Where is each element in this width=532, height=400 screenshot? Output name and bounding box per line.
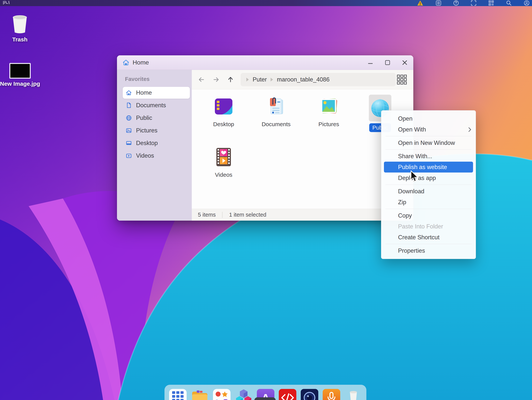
maximize-button[interactable] (384, 59, 391, 66)
apps-grid-icon[interactable] (436, 0, 442, 6)
sidebar-item-home[interactable]: Home (123, 87, 190, 99)
menu-separator (386, 184, 471, 185)
sidebar: Favorites Home Documents Public (117, 70, 192, 221)
file-item-videos[interactable]: Videos (200, 147, 247, 178)
puter-logo-icon[interactable] (2, 1, 11, 5)
sidebar-item-label: Documents (136, 102, 166, 109)
up-button[interactable] (226, 75, 235, 84)
home-icon (122, 59, 130, 66)
video-icon (126, 153, 132, 159)
picture-icon (126, 127, 132, 133)
sidebar-item-label: Desktop (136, 140, 158, 146)
menu-item-open[interactable]: Open (381, 113, 476, 124)
desktop-monitor-icon (126, 140, 132, 146)
sidebar-item-public[interactable]: Public (123, 112, 190, 124)
file-area: Puter maroon_table_4086 Deskto (192, 70, 413, 221)
desktop-folder-icon (214, 96, 234, 116)
file-item-pictures[interactable]: Pictures (305, 96, 353, 127)
breadcrumb-chevron-icon (246, 78, 249, 82)
sidebar-item-label: Videos (136, 152, 154, 159)
globe-icon (126, 115, 132, 121)
status-divider (222, 212, 222, 218)
files-folder-icon[interactable] (190, 388, 209, 400)
trash-bucket-icon (12, 14, 28, 34)
chevron-right-icon (468, 127, 471, 132)
sidebar-item-pictures[interactable]: Pictures (123, 125, 190, 136)
recorder-icon[interactable] (322, 388, 341, 400)
sidebar-item-documents[interactable]: Documents (123, 99, 190, 111)
user-avatar-icon[interactable] (523, 0, 530, 6)
menu-separator (386, 149, 471, 150)
sidebar-item-label: Public (136, 114, 152, 121)
mouse-cursor (410, 171, 419, 182)
menu-item-share-with[interactable]: Share With... (381, 151, 476, 162)
menu-item-zip[interactable]: Zip (381, 197, 476, 208)
close-button[interactable] (401, 59, 408, 66)
menu-item-copy[interactable]: Copy (381, 210, 476, 221)
file-label: Desktop (213, 121, 234, 127)
menu-item-publish-as-website[interactable]: Publish as website (384, 162, 473, 172)
file-item-documents[interactable]: Documents (252, 96, 300, 127)
code-editor-icon[interactable] (278, 388, 297, 400)
menu-item-download[interactable]: Download (381, 186, 476, 197)
sidebar-header: Favorites (125, 76, 192, 82)
search-icon[interactable] (506, 0, 512, 6)
sidebar-item-desktop[interactable]: Desktop (123, 137, 190, 149)
help-icon[interactable] (453, 0, 459, 6)
menu-separator (386, 244, 471, 244)
breadcrumb[interactable]: Puter maroon_table_4086 (241, 73, 396, 86)
menu-item-paste-into-folder: Paste Into Folder (381, 221, 476, 232)
menu-item-properties[interactable]: Properties (381, 245, 476, 256)
new-image-label: New Image.jpg (0, 81, 40, 87)
grid-view-button[interactable] (396, 73, 408, 86)
menu-item-deploy-as-app[interactable]: Deploy as app (381, 172, 476, 183)
sidebar-item-label: Home (136, 89, 152, 96)
status-bar: 5 items 1 item selected (192, 209, 413, 221)
navigation-toolbar: Puter maroon_table_4086 (192, 70, 413, 89)
breadcrumb-segment-root[interactable]: Puter (253, 76, 267, 83)
file-manager-window: Home Favorites Home (117, 55, 413, 221)
pictures-folder-icon (319, 96, 339, 116)
home-icon (126, 90, 132, 96)
sidebar-item-label: Pictures (136, 127, 158, 134)
image-thumbnail (9, 63, 31, 79)
breadcrumb-segment-current[interactable]: maroon_table_4086 (277, 76, 329, 83)
minimize-button[interactable] (367, 59, 374, 66)
selection-count: 1 item selected (229, 212, 266, 218)
app-store-icon[interactable] (212, 388, 231, 400)
window-title: Home (133, 59, 149, 66)
system-top-bar (0, 0, 532, 6)
file-label: Documents (262, 121, 291, 127)
document-icon (126, 102, 132, 108)
videos-folder-icon (214, 147, 234, 167)
context-menu: Open Open With Open in New Window Share … (381, 110, 476, 259)
qr-code-icon[interactable] (488, 0, 494, 6)
back-button[interactable] (197, 75, 206, 84)
viewer-3d-icon[interactable] (234, 388, 253, 400)
menu-separator (386, 209, 471, 209)
forward-button[interactable] (212, 75, 220, 84)
items-count: 5 items (198, 212, 216, 218)
desktop-icon-trash[interactable]: Trash (7, 14, 32, 43)
trash-icon[interactable] (344, 388, 363, 400)
trash-label: Trash (12, 36, 27, 43)
dock-tooltip (254, 397, 276, 400)
warning-icon[interactable] (416, 0, 424, 6)
file-label: Videos (215, 171, 232, 178)
menu-item-open-with[interactable]: Open With (381, 124, 476, 135)
breadcrumb-chevron-icon (271, 78, 273, 82)
sidebar-item-videos[interactable]: Videos (123, 150, 190, 162)
app-launcher-icon[interactable] (168, 388, 187, 400)
menu-item-open-in-new-window[interactable]: Open in New Window (381, 137, 476, 148)
documents-folder-icon (266, 96, 286, 116)
window-titlebar[interactable]: Home (117, 55, 413, 70)
file-label: Pictures (318, 121, 339, 127)
file-item-desktop[interactable]: Desktop (200, 96, 247, 127)
menu-item-create-shortcut[interactable]: Create Shortcut (381, 232, 476, 243)
fullscreen-icon[interactable] (471, 0, 477, 6)
camera-icon[interactable] (300, 388, 319, 400)
desktop-icon-new-image[interactable]: New Image.jpg (0, 63, 40, 87)
